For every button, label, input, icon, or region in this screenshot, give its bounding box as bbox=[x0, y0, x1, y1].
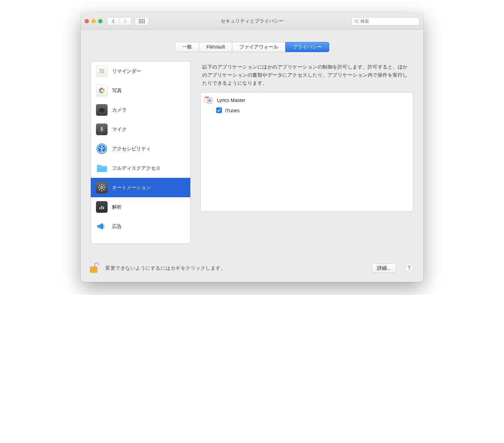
folder-icon bbox=[96, 162, 108, 174]
svg-rect-13 bbox=[101, 108, 103, 109]
svg-rect-23 bbox=[98, 187, 100, 188]
svg-rect-31 bbox=[101, 206, 102, 209]
svg-point-37 bbox=[208, 99, 211, 102]
sidebar-item-automation[interactable]: オートメーション bbox=[91, 178, 190, 197]
svg-rect-21 bbox=[101, 184, 102, 185]
main-panel: 以下のアプリケーションにほかのアプリケーションの制御を許可します。許可すると、ほ… bbox=[200, 61, 414, 244]
sidebar-item-full-disk-access[interactable]: フルディスクアクセス bbox=[91, 158, 190, 178]
svg-rect-39 bbox=[90, 267, 97, 273]
sidebar-item-label: リマインダー bbox=[112, 68, 141, 74]
content-area: リマインダー 写真 カメラ マイク bbox=[90, 61, 414, 244]
photos-icon bbox=[96, 85, 108, 96]
svg-point-33 bbox=[101, 223, 103, 229]
sidebar-item-label: マイク bbox=[112, 126, 127, 133]
sidebar-item-label: オートメーション bbox=[112, 185, 151, 191]
sidebar-item-microphone[interactable]: マイク bbox=[91, 120, 190, 139]
megaphone-icon bbox=[96, 221, 108, 232]
sidebar-item-label: 写真 bbox=[112, 88, 122, 94]
svg-point-10 bbox=[99, 89, 101, 91]
window-controls bbox=[85, 19, 102, 23]
svg-rect-38 bbox=[205, 97, 208, 98]
titlebar: セキュリティとプライバシー bbox=[81, 13, 423, 30]
advanced-button[interactable]: 詳細... bbox=[372, 264, 396, 273]
lock-button[interactable] bbox=[87, 261, 101, 275]
search-input[interactable] bbox=[361, 19, 416, 24]
back-button[interactable] bbox=[107, 17, 119, 26]
camera-icon bbox=[96, 104, 108, 116]
help-button[interactable]: ? bbox=[404, 264, 414, 273]
tab-filevault[interactable]: FileVault bbox=[199, 42, 232, 52]
tab-general[interactable]: 一般 bbox=[175, 42, 199, 52]
app-icon bbox=[204, 95, 214, 105]
microphone-icon bbox=[96, 124, 108, 135]
sidebar-item-camera[interactable]: カメラ bbox=[91, 100, 190, 120]
permission-checkbox[interactable] bbox=[216, 107, 222, 113]
svg-point-29 bbox=[101, 187, 102, 188]
forward-button[interactable] bbox=[119, 17, 131, 26]
svg-rect-27 bbox=[99, 185, 100, 186]
svg-rect-26 bbox=[99, 189, 100, 190]
app-name: Lyrics Master bbox=[217, 97, 246, 103]
show-all-button[interactable] bbox=[135, 17, 149, 26]
sidebar-item-photos[interactable]: 写真 bbox=[91, 81, 190, 100]
check-icon bbox=[217, 108, 221, 112]
zoom-button[interactable] bbox=[98, 19, 102, 23]
svg-rect-30 bbox=[100, 207, 100, 209]
nav-buttons bbox=[107, 17, 131, 26]
privacy-category-list[interactable]: リマインダー 写真 カメラ マイク bbox=[90, 61, 191, 244]
chevron-right-icon bbox=[124, 19, 127, 23]
svg-rect-25 bbox=[103, 185, 105, 186]
svg-point-9 bbox=[99, 91, 101, 92]
sidebar-item-analytics[interactable]: 解析 bbox=[91, 197, 190, 217]
sidebar-item-label: カメラ bbox=[112, 107, 127, 113]
tab-privacy[interactable]: プライバシー bbox=[285, 42, 329, 52]
tab-bar: 一般 FileVault ファイアウォール プライバシー bbox=[81, 42, 423, 52]
permission-label: iTunes bbox=[225, 108, 239, 113]
sidebar-item-advertising[interactable]: 広告 bbox=[91, 217, 190, 236]
svg-rect-32 bbox=[103, 207, 104, 209]
sidebar-item-label: フルディスクアクセス bbox=[112, 165, 161, 171]
svg-rect-19 bbox=[97, 167, 107, 167]
lock-description: 変更できないようにするにはカギをクリックします。 bbox=[105, 265, 226, 271]
sidebar-item-label: アクセシビリティ bbox=[112, 146, 151, 152]
grid-icon bbox=[139, 19, 145, 23]
sidebar-item-accessibility[interactable]: アクセシビリティ bbox=[91, 139, 190, 158]
svg-point-6 bbox=[102, 89, 104, 91]
tab-firewall[interactable]: ファイアウォール bbox=[232, 42, 285, 52]
accessibility-icon bbox=[96, 143, 108, 155]
app-row: Lyrics Master bbox=[201, 92, 413, 106]
svg-point-12 bbox=[101, 109, 103, 112]
footer: 変更できないようにするにはカギをクリックします。 詳細... ? bbox=[87, 261, 414, 275]
svg-rect-34 bbox=[97, 225, 99, 228]
svg-rect-28 bbox=[103, 189, 105, 190]
chevron-left-icon bbox=[112, 19, 115, 23]
minimize-button[interactable] bbox=[91, 19, 96, 23]
search-icon bbox=[354, 19, 359, 24]
svg-rect-24 bbox=[104, 187, 106, 188]
permission-row[interactable]: iTunes bbox=[201, 106, 413, 116]
svg-rect-14 bbox=[101, 127, 103, 130]
lock-open-icon bbox=[87, 261, 101, 275]
analytics-icon bbox=[96, 201, 108, 213]
privacy-description: 以下のアプリケーションにほかのアプリケーションの制御を許可します。許可すると、ほ… bbox=[202, 63, 412, 87]
svg-line-1 bbox=[357, 22, 358, 23]
svg-point-18 bbox=[101, 146, 103, 147]
sidebar-item-reminders[interactable]: リマインダー bbox=[91, 61, 190, 81]
sidebar-item-label: 解析 bbox=[112, 204, 122, 210]
sidebar-item-label: 広告 bbox=[112, 223, 122, 230]
preferences-window: セキュリティとプライバシー 一般 FileVault ファイアウォール プライバ… bbox=[81, 13, 423, 282]
gear-icon bbox=[96, 182, 108, 193]
search-field[interactable] bbox=[352, 17, 419, 26]
reminders-icon bbox=[96, 65, 108, 77]
svg-rect-22 bbox=[101, 190, 102, 191]
automation-permissions-list[interactable]: Lyrics Master iTunes bbox=[200, 92, 414, 212]
close-button[interactable] bbox=[85, 19, 89, 23]
